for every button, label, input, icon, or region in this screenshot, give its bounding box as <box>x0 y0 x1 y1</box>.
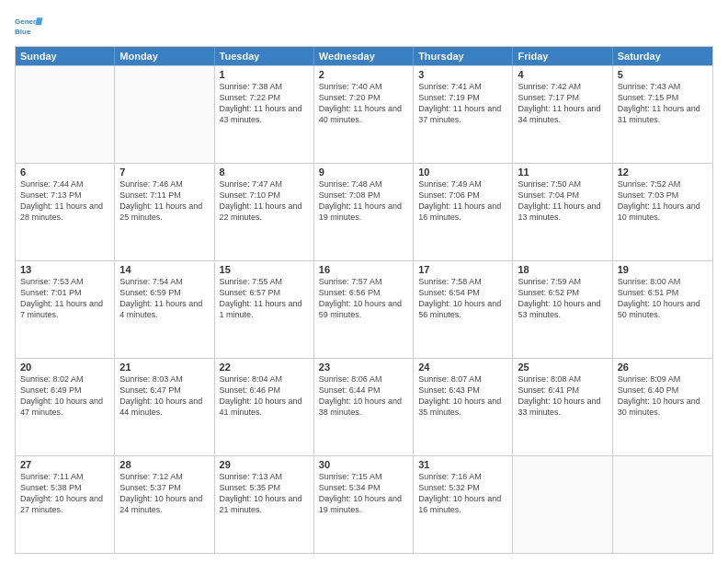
day-number: 3 <box>418 69 507 80</box>
empty-cell <box>613 456 712 553</box>
calendar-header: SundayMondayTuesdayWednesdayThursdayFrid… <box>16 47 712 65</box>
day-number: 15 <box>220 264 309 275</box>
day-23: 23 Sunrise: 8:06 AMSunset: 6:44 PMDaylig… <box>314 359 414 455</box>
day-number: 5 <box>618 69 708 80</box>
day-info: Sunrise: 7:12 AMSunset: 5:37 PMDaylight:… <box>119 472 202 514</box>
day-number: 29 <box>220 459 309 470</box>
day-info: Sunrise: 8:03 AMSunset: 6:47 PMDaylight:… <box>119 374 202 417</box>
day-number: 23 <box>319 362 408 373</box>
day-number: 31 <box>418 459 507 470</box>
empty-cell <box>513 456 612 553</box>
day-18: 18 Sunrise: 7:59 AMSunset: 6:52 PMDaylig… <box>513 261 612 358</box>
logo: General Blue <box>15 11 44 40</box>
day-number: 26 <box>618 362 708 373</box>
calendar-row-3: 13 Sunrise: 7:53 AMSunset: 7:01 PMDaylig… <box>16 260 712 358</box>
header-sunday: Sunday <box>16 47 115 65</box>
day-14: 14 Sunrise: 7:54 AMSunset: 6:59 PMDaylig… <box>115 261 214 358</box>
day-number: 24 <box>418 362 507 373</box>
header-tuesday: Tuesday <box>215 47 314 65</box>
day-number: 20 <box>20 362 109 373</box>
day-number: 18 <box>518 264 607 275</box>
header-wednesday: Wednesday <box>314 47 414 65</box>
day-info: Sunrise: 7:42 AMSunset: 7:17 PMDaylight:… <box>518 82 600 124</box>
day-info: Sunrise: 7:15 AMSunset: 5:34 PMDaylight:… <box>319 472 402 514</box>
calendar-row-4: 20 Sunrise: 8:02 AMSunset: 6:49 PMDaylig… <box>16 358 712 455</box>
day-info: Sunrise: 7:55 AMSunset: 6:57 PMDaylight:… <box>220 277 302 319</box>
day-info: Sunrise: 7:16 AMSunset: 5:32 PMDaylight:… <box>418 472 501 514</box>
day-12: 12 Sunrise: 7:52 AMSunset: 7:03 PMDaylig… <box>613 164 712 260</box>
day-25: 25 Sunrise: 8:08 AMSunset: 6:41 PMDaylig… <box>513 359 612 455</box>
day-number: 8 <box>220 167 309 178</box>
day-31: 31 Sunrise: 7:16 AMSunset: 5:32 PMDaylig… <box>414 456 513 553</box>
day-info: Sunrise: 8:08 AMSunset: 6:41 PMDaylight:… <box>518 374 600 417</box>
header-monday: Monday <box>115 47 214 65</box>
day-30: 30 Sunrise: 7:15 AMSunset: 5:34 PMDaylig… <box>314 456 414 553</box>
day-number: 22 <box>220 362 309 373</box>
calendar-body: 1 Sunrise: 7:38 AMSunset: 7:22 PMDayligh… <box>16 65 712 553</box>
day-number: 21 <box>119 362 209 373</box>
day-info: Sunrise: 7:40 AMSunset: 7:20 PMDaylight:… <box>319 82 402 124</box>
day-number: 1 <box>220 69 309 80</box>
day-1: 1 Sunrise: 7:38 AMSunset: 7:22 PMDayligh… <box>215 66 314 163</box>
day-15: 15 Sunrise: 7:55 AMSunset: 6:57 PMDaylig… <box>215 261 314 358</box>
day-3: 3 Sunrise: 7:41 AMSunset: 7:19 PMDayligh… <box>414 66 513 163</box>
day-info: Sunrise: 7:49 AMSunset: 7:06 PMDaylight:… <box>418 179 501 222</box>
day-number: 17 <box>418 264 507 275</box>
day-number: 11 <box>518 167 607 178</box>
day-info: Sunrise: 7:46 AMSunset: 7:11 PMDaylight:… <box>119 179 202 222</box>
day-info: Sunrise: 7:47 AMSunset: 7:10 PMDaylight:… <box>220 179 302 222</box>
day-number: 19 <box>618 264 708 275</box>
day-11: 11 Sunrise: 7:50 AMSunset: 7:04 PMDaylig… <box>513 164 612 260</box>
day-number: 30 <box>319 459 408 470</box>
day-info: Sunrise: 7:38 AMSunset: 7:22 PMDaylight:… <box>220 82 302 124</box>
day-4: 4 Sunrise: 7:42 AMSunset: 7:17 PMDayligh… <box>513 66 612 163</box>
day-2: 2 Sunrise: 7:40 AMSunset: 7:20 PMDayligh… <box>314 66 414 163</box>
svg-text:Blue: Blue <box>15 28 31 36</box>
day-info: Sunrise: 7:50 AMSunset: 7:04 PMDaylight:… <box>518 179 600 222</box>
day-10: 10 Sunrise: 7:49 AMSunset: 7:06 PMDaylig… <box>414 164 513 260</box>
day-info: Sunrise: 8:06 AMSunset: 6:44 PMDaylight:… <box>319 374 402 417</box>
calendar-row-2: 6 Sunrise: 7:44 AMSunset: 7:13 PMDayligh… <box>16 163 712 260</box>
day-info: Sunrise: 7:53 AMSunset: 7:01 PMDaylight:… <box>20 277 103 319</box>
day-number: 6 <box>20 167 109 178</box>
day-number: 4 <box>518 69 607 80</box>
day-27: 27 Sunrise: 7:11 AMSunset: 5:38 PMDaylig… <box>16 456 115 553</box>
calendar-row-1: 1 Sunrise: 7:38 AMSunset: 7:22 PMDayligh… <box>16 65 712 163</box>
calendar: SundayMondayTuesdayWednesdayThursdayFrid… <box>15 46 713 554</box>
day-info: Sunrise: 7:41 AMSunset: 7:19 PMDaylight:… <box>418 82 501 124</box>
day-info: Sunrise: 8:09 AMSunset: 6:40 PMDaylight:… <box>618 374 700 417</box>
day-number: 13 <box>20 264 109 275</box>
day-number: 27 <box>20 459 109 470</box>
day-20: 20 Sunrise: 8:02 AMSunset: 6:49 PMDaylig… <box>16 359 115 455</box>
day-9: 9 Sunrise: 7:48 AMSunset: 7:08 PMDayligh… <box>314 164 414 260</box>
day-26: 26 Sunrise: 8:09 AMSunset: 6:40 PMDaylig… <box>613 359 712 455</box>
day-number: 25 <box>518 362 607 373</box>
day-17: 17 Sunrise: 7:58 AMSunset: 6:54 PMDaylig… <box>414 261 513 358</box>
day-info: Sunrise: 7:59 AMSunset: 6:52 PMDaylight:… <box>518 277 600 319</box>
day-7: 7 Sunrise: 7:46 AMSunset: 7:11 PMDayligh… <box>115 164 214 260</box>
header-thursday: Thursday <box>414 47 513 65</box>
day-info: Sunrise: 7:54 AMSunset: 6:59 PMDaylight:… <box>119 277 202 319</box>
day-6: 6 Sunrise: 7:44 AMSunset: 7:13 PMDayligh… <box>16 164 115 260</box>
day-number: 14 <box>119 264 209 275</box>
day-number: 9 <box>319 167 408 178</box>
day-info: Sunrise: 7:48 AMSunset: 7:08 PMDaylight:… <box>319 179 402 222</box>
day-13: 13 Sunrise: 7:53 AMSunset: 7:01 PMDaylig… <box>16 261 115 358</box>
day-28: 28 Sunrise: 7:12 AMSunset: 5:37 PMDaylig… <box>115 456 214 553</box>
logo-svg: General Blue <box>15 11 44 40</box>
day-29: 29 Sunrise: 7:13 AMSunset: 5:35 PMDaylig… <box>215 456 314 553</box>
day-info: Sunrise: 8:07 AMSunset: 6:43 PMDaylight:… <box>418 374 501 417</box>
day-16: 16 Sunrise: 7:57 AMSunset: 6:56 PMDaylig… <box>314 261 414 358</box>
day-number: 2 <box>319 69 408 80</box>
header: General Blue <box>15 11 713 40</box>
day-info: Sunrise: 8:02 AMSunset: 6:49 PMDaylight:… <box>20 374 103 417</box>
day-info: Sunrise: 7:58 AMSunset: 6:54 PMDaylight:… <box>418 277 501 319</box>
day-info: Sunrise: 7:57 AMSunset: 6:56 PMDaylight:… <box>319 277 402 319</box>
day-number: 10 <box>418 167 507 178</box>
day-info: Sunrise: 7:11 AMSunset: 5:38 PMDaylight:… <box>20 472 103 514</box>
day-19: 19 Sunrise: 8:00 AMSunset: 6:51 PMDaylig… <box>613 261 712 358</box>
day-21: 21 Sunrise: 8:03 AMSunset: 6:47 PMDaylig… <box>115 359 214 455</box>
day-22: 22 Sunrise: 8:04 AMSunset: 6:46 PMDaylig… <box>215 359 314 455</box>
header-friday: Friday <box>513 47 612 65</box>
day-8: 8 Sunrise: 7:47 AMSunset: 7:10 PMDayligh… <box>215 164 314 260</box>
